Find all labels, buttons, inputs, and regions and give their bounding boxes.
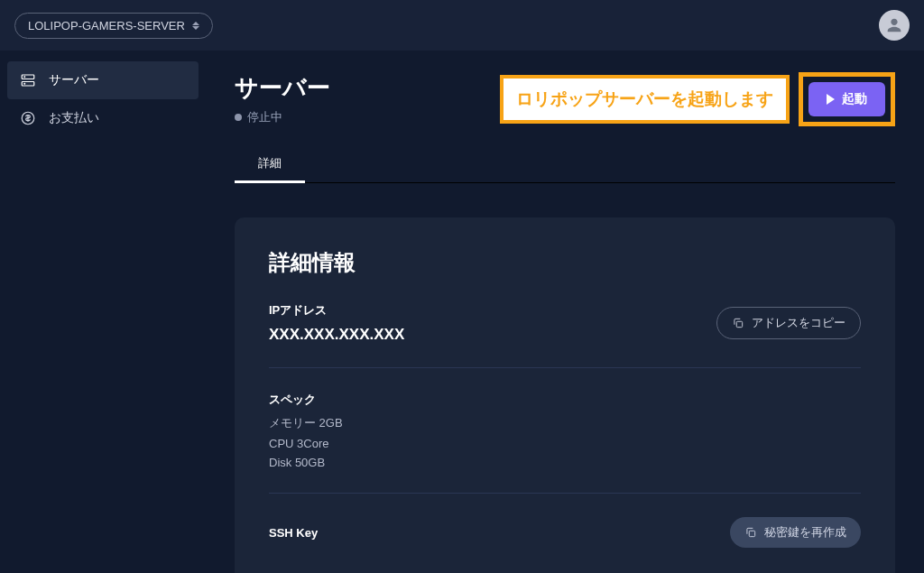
spec-label: スペック bbox=[269, 392, 343, 408]
spec-row: スペック メモリー 2GB CPU 3Core Disk 50GB bbox=[269, 392, 861, 494]
svg-point-2 bbox=[24, 77, 25, 78]
status-text: 停止中 bbox=[247, 109, 282, 125]
start-highlight-frame: 起動 bbox=[799, 72, 895, 126]
ip-label: IPアドレス bbox=[269, 302, 404, 319]
svg-rect-6 bbox=[749, 531, 754, 536]
copy-icon bbox=[744, 526, 757, 539]
server-icon bbox=[20, 72, 36, 88]
server-selector-dropdown[interactable]: LOLIPOP-GAMERS-SERVER bbox=[14, 13, 213, 39]
ip-row: IPアドレス XXX.XXX.XXX.XXX アドレスをコピー bbox=[269, 302, 861, 368]
start-callout: ロリポップサーバーを起動します bbox=[500, 75, 790, 124]
regenerate-ssh-label: 秘密鍵を再作成 bbox=[764, 524, 846, 541]
sort-caret-icon bbox=[192, 20, 199, 31]
copy-address-label: アドレスをコピー bbox=[752, 315, 845, 331]
start-button-label: 起動 bbox=[842, 91, 867, 107]
main-content: サーバー 停止中 ロリポップサーバーを起動します 起動 詳細 bbox=[206, 51, 924, 573]
svg-point-3 bbox=[24, 83, 25, 84]
sidebar-item-label: サーバー bbox=[49, 72, 99, 88]
billing-icon bbox=[20, 110, 36, 126]
ssh-label: SSH Key bbox=[269, 526, 318, 540]
page-title: サーバー bbox=[235, 72, 330, 104]
status-dot-icon bbox=[235, 114, 242, 121]
copy-address-button[interactable]: アドレスをコピー bbox=[716, 307, 861, 339]
spec-cpu: CPU 3Core bbox=[269, 437, 343, 450]
tab-label: 詳細 bbox=[258, 156, 282, 170]
spec-disk: Disk 50GB bbox=[269, 456, 343, 469]
user-icon bbox=[884, 15, 904, 35]
account-avatar-button[interactable] bbox=[879, 10, 910, 41]
ip-value: XXX.XXX.XXX.XXX bbox=[269, 326, 404, 344]
play-icon bbox=[827, 94, 835, 105]
tab-details[interactable]: 詳細 bbox=[235, 146, 305, 183]
ssh-row: SSH Key 秘密鍵を再作成 bbox=[269, 517, 861, 553]
sidebar-item-billing[interactable]: お支払い bbox=[7, 99, 199, 137]
details-card: 詳細情報 IPアドレス XXX.XXX.XXX.XXX アドレスをコピー スペッ… bbox=[235, 217, 895, 573]
regenerate-ssh-button[interactable]: 秘密鍵を再作成 bbox=[730, 517, 861, 548]
server-selector-label: LOLIPOP-GAMERS-SERVER bbox=[28, 19, 185, 32]
tabs: 詳細 bbox=[235, 146, 895, 183]
copy-icon bbox=[732, 317, 744, 329]
svg-rect-5 bbox=[736, 321, 742, 327]
start-server-button[interactable]: 起動 bbox=[808, 82, 885, 116]
details-card-title: 詳細情報 bbox=[269, 248, 861, 277]
sidebar: サーバー お支払い bbox=[0, 51, 206, 573]
sidebar-item-server[interactable]: サーバー bbox=[7, 61, 199, 99]
server-status: 停止中 bbox=[235, 109, 330, 125]
spec-memory: メモリー 2GB bbox=[269, 415, 343, 431]
sidebar-item-label: お支払い bbox=[49, 110, 99, 126]
